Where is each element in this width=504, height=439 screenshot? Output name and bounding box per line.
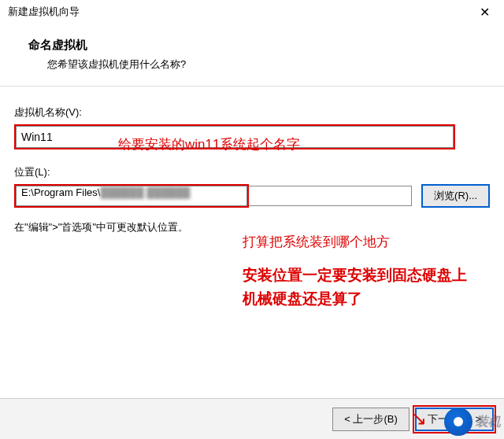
location-row: E:\Program Files\██████ ██████ 浏览(R)...	[14, 184, 490, 208]
location-highlight: E:\Program Files\██████ ██████	[14, 184, 249, 208]
back-button[interactable]: < 上一步(B)	[332, 408, 410, 431]
close-icon[interactable]: ✕	[472, 5, 496, 20]
location-input-extension[interactable]	[249, 186, 412, 206]
wizard-header: 命名虚拟机 您希望该虚拟机使用什么名称?	[0, 24, 504, 87]
annotation-warning-text: 安装位置一定要安装到固态硬盘上 机械硬盘还是算了	[243, 264, 490, 312]
helper-text: 在"编辑">"首选项"中可更改默认位置。	[14, 220, 490, 234]
next-button-highlight: 下一步(N) >	[413, 405, 496, 433]
page-title: 命名虚拟机	[28, 38, 495, 53]
window-title: 新建虚拟机向导	[8, 5, 80, 19]
location-input[interactable]: E:\Program Files\██████ ██████	[16, 186, 247, 206]
wizard-footer: < 上一步(B) 下一步(N) > ↘	[0, 398, 504, 439]
titlebar: 新建虚拟机向导 ✕	[0, 0, 504, 24]
vm-name-label: 虚拟机名称(V):	[14, 105, 490, 120]
vm-name-highlight	[14, 124, 455, 149]
page-subtitle: 您希望该虚拟机使用什么名称?	[28, 57, 495, 72]
content-area: 虚拟机名称(V): 位置(L): E:\Program Files\██████…	[0, 87, 504, 312]
next-button[interactable]: 下一步(N) >	[415, 408, 494, 431]
location-label: 位置(L):	[14, 165, 490, 179]
annotation-location-text: 打算把系统装到哪个地方	[243, 233, 490, 251]
vm-name-input[interactable]	[16, 126, 454, 148]
browse-button[interactable]: 浏览(R)...	[421, 184, 490, 208]
